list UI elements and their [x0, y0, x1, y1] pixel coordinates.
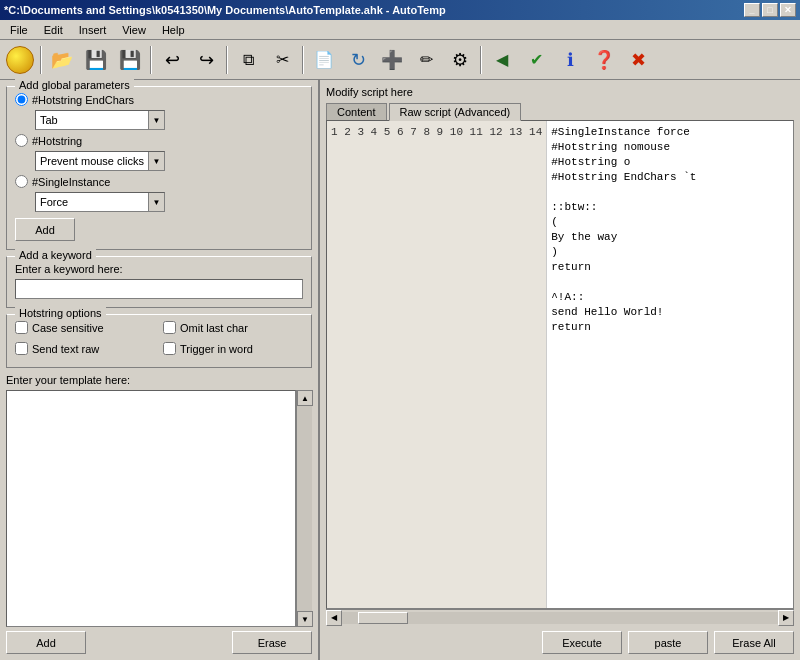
hotstring-options-title: Hotstring options — [15, 307, 106, 319]
dropdown-prevent-mouse-arrow[interactable]: ▼ — [148, 152, 164, 170]
edit-button[interactable]: ✏ — [410, 44, 442, 76]
radio-hotstring[interactable] — [15, 134, 28, 147]
undo-button[interactable]: ↩ — [156, 44, 188, 76]
scroll-track — [297, 406, 312, 611]
stop-icon: ✖ — [631, 49, 646, 71]
run-icon — [6, 46, 34, 74]
edit-icon: ✏ — [420, 50, 433, 69]
maximize-button[interactable]: □ — [762, 3, 778, 17]
paste-button[interactable]: paste — [628, 631, 708, 654]
checkbox-omit-last[interactable] — [163, 321, 176, 334]
scroll-down-button[interactable]: ▼ — [297, 611, 313, 627]
hotstring-options-group: Hotstring options Case sensitive Omit la… — [6, 314, 312, 368]
cut-button[interactable]: ✂ — [266, 44, 298, 76]
checkbox-send-raw[interactable] — [15, 342, 28, 355]
dropdown-force-value: Force — [36, 196, 148, 208]
checkbox-row-trigger-word: Trigger in word — [163, 342, 303, 355]
menu-view[interactable]: View — [116, 22, 152, 38]
keyword-group: Add a keyword Enter a keyword here: — [6, 256, 312, 308]
left-panel: Add global parameters #Hotstring EndChar… — [0, 80, 320, 660]
save-icon: 💾 — [85, 49, 107, 71]
right-panel: Modify script here Content Raw script (A… — [320, 80, 800, 660]
menu-insert[interactable]: Insert — [73, 22, 113, 38]
settings-icon: ⚙ — [452, 49, 468, 71]
dropdown3-row: Force ▼ — [35, 192, 303, 212]
check-button[interactable]: ✔ — [520, 44, 552, 76]
right-panel-title: Modify script here — [326, 86, 794, 98]
toolbar-separator-4 — [302, 46, 304, 74]
checkbox-row-send-raw: Send text raw — [15, 342, 155, 355]
new-button[interactable]: 📄 — [308, 44, 340, 76]
scrollbar-track[interactable] — [342, 612, 778, 624]
menu-file[interactable]: File — [4, 22, 34, 38]
toolbar-separator-3 — [226, 46, 228, 74]
save-as-button[interactable]: 💾 — [114, 44, 146, 76]
action-buttons: Execute paste Erase All — [326, 631, 794, 654]
checkbox-row-case-sensitive: Case sensitive — [15, 321, 155, 334]
menu-edit[interactable]: Edit — [38, 22, 69, 38]
global-params-add-button[interactable]: Add — [15, 218, 75, 241]
info-button[interactable]: ℹ — [554, 44, 586, 76]
info-icon: ℹ — [567, 49, 574, 71]
template-input[interactable] — [6, 390, 296, 627]
dropdown-tab[interactable]: Tab ▼ — [35, 110, 165, 130]
dropdown-force-arrow[interactable]: ▼ — [148, 193, 164, 211]
run-button[interactable] — [4, 44, 36, 76]
dropdown1-row: Tab ▼ — [35, 110, 303, 130]
dropdown-prevent-mouse-value: Prevent mouse clicks — [36, 155, 148, 167]
keyword-group-title: Add a keyword — [15, 249, 96, 261]
label-send-raw: Send text raw — [32, 343, 99, 355]
code-content[interactable]: #SingleInstance force #Hotstring nomouse… — [547, 121, 793, 608]
reload-button[interactable]: ↻ — [342, 44, 374, 76]
hotstring-options-grid: Case sensitive Omit last char Send text … — [15, 321, 303, 359]
checkbox-trigger-word[interactable] — [163, 342, 176, 355]
dropdown-tab-value: Tab — [36, 114, 148, 126]
dropdown2-row: Prevent mouse clicks ▼ — [35, 151, 303, 171]
menu-help[interactable]: Help — [156, 22, 191, 38]
code-area-wrapper: 1 2 3 4 5 6 7 8 9 10 11 12 13 14 #Single… — [326, 120, 794, 609]
scroll-left-button[interactable]: ◀ — [326, 610, 342, 626]
scroll-right-button[interactable]: ▶ — [778, 610, 794, 626]
erase-template-button[interactable]: Erase — [232, 631, 312, 654]
new-icon: 📄 — [314, 50, 334, 69]
tabs-row: Content Raw script (Advanced) — [326, 103, 794, 121]
title-bar: *C:\Documents and Settings\k0541350\My D… — [0, 0, 800, 20]
scrollbar-thumb[interactable] — [358, 612, 408, 624]
horizontal-scrollbar[interactable]: ◀ ▶ — [326, 609, 794, 625]
tab-raw-script[interactable]: Raw script (Advanced) — [389, 103, 522, 121]
erase-all-button[interactable]: Erase All — [714, 631, 794, 654]
undo-icon: ↩ — [165, 49, 180, 71]
checkbox-row-omit-last: Omit last char — [163, 321, 303, 334]
keyword-input[interactable] — [15, 279, 303, 299]
radio-singleinstance[interactable] — [15, 175, 28, 188]
bottom-buttons: Add Erase — [6, 631, 312, 654]
radio-hotstring-endchars[interactable] — [15, 93, 28, 106]
dropdown-tab-arrow[interactable]: ▼ — [148, 111, 164, 129]
radio-hotstring-endchars-label: #Hotstring EndChars — [32, 94, 134, 106]
settings-button[interactable]: ⚙ — [444, 44, 476, 76]
open-button[interactable]: 📂 — [46, 44, 78, 76]
add-button[interactable]: ➕ — [376, 44, 408, 76]
back-button[interactable]: ◀ — [486, 44, 518, 76]
toolbar-separator-1 — [40, 46, 42, 74]
toolbar: 📂 💾 💾 ↩ ↪ ⧉ ✂ 📄 ↻ ➕ ✏ ⚙ ◀ — [0, 40, 800, 80]
redo-button[interactable]: ↪ — [190, 44, 222, 76]
execute-button[interactable]: Execute — [542, 631, 622, 654]
dropdown-prevent-mouse[interactable]: Prevent mouse clicks ▼ — [35, 151, 165, 171]
template-section: Enter your template here: ▲ ▼ Add Erase — [6, 374, 312, 654]
save-button[interactable]: 💾 — [80, 44, 112, 76]
tab-content[interactable]: Content — [326, 103, 387, 121]
radio-hotstring-label: #Hotstring — [32, 135, 82, 147]
copy-button[interactable]: ⧉ — [232, 44, 264, 76]
dropdown-force[interactable]: Force ▼ — [35, 192, 165, 212]
add-template-button[interactable]: Add — [6, 631, 86, 654]
help-button[interactable]: ❓ — [588, 44, 620, 76]
keyword-label-row: Enter a keyword here: — [15, 263, 303, 275]
close-button[interactable]: ✕ — [780, 3, 796, 17]
toolbar-separator-5 — [480, 46, 482, 74]
minimize-button[interactable]: _ — [744, 3, 760, 17]
template-area-container: ▲ ▼ — [6, 390, 312, 627]
scroll-up-button[interactable]: ▲ — [297, 390, 313, 406]
checkbox-case-sensitive[interactable] — [15, 321, 28, 334]
stop-button[interactable]: ✖ — [622, 44, 654, 76]
